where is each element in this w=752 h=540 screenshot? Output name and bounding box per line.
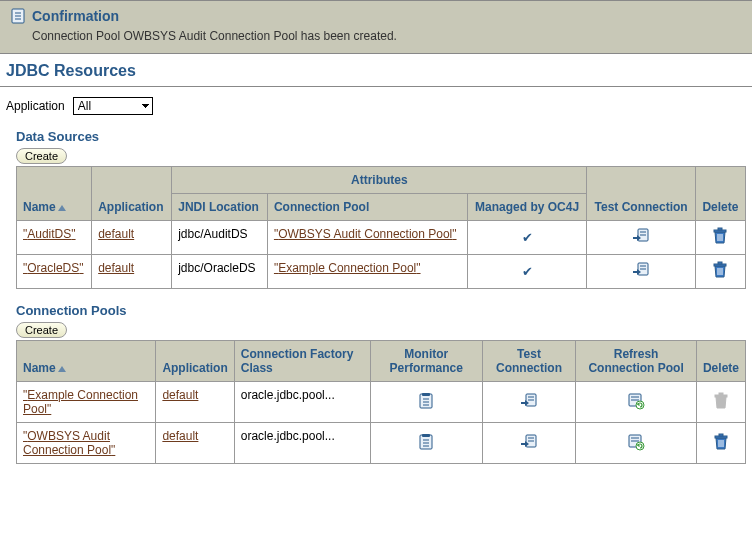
ds-jndi: jdbc/AuditDS <box>172 221 268 255</box>
data-sources-title: Data Sources <box>0 129 752 148</box>
ds-name-link[interactable]: AuditDS <box>23 227 76 241</box>
svg-rect-47 <box>719 434 723 436</box>
table-row: AuditDS default jdbc/AuditDS OWBSYS Audi… <box>17 221 746 255</box>
col-name[interactable]: Name <box>17 341 156 382</box>
check-icon: ✔ <box>522 264 533 279</box>
sort-asc-icon <box>58 205 66 211</box>
connection-pools-table: Name Application Connection Factory Clas… <box>16 340 746 464</box>
confirmation-icon <box>10 7 28 25</box>
data-sources-table: Name Application Attributes Test Connect… <box>16 166 746 289</box>
test-connection-button[interactable] <box>632 261 650 279</box>
delete-button-disabled <box>712 392 730 410</box>
cp-factory: oracle.jdbc.pool... <box>234 423 370 464</box>
ds-pool-link[interactable]: OWBSYS Audit Connection Pool <box>274 227 457 241</box>
application-filter-row: Application All <box>0 97 752 129</box>
create-data-source-button[interactable]: Create <box>16 148 67 164</box>
svg-rect-8 <box>718 228 722 230</box>
check-icon: ✔ <box>522 230 533 245</box>
svg-rect-20 <box>420 394 432 408</box>
refresh-button[interactable] <box>627 392 645 410</box>
monitor-button[interactable] <box>417 433 435 451</box>
cp-app-link[interactable]: default <box>162 388 198 402</box>
col-attributes-group: Attributes <box>172 167 587 194</box>
col-managed[interactable]: Managed by OC4J <box>467 194 587 221</box>
ds-name-link[interactable]: OracleDS <box>23 261 84 275</box>
cp-app-link[interactable]: default <box>162 429 198 443</box>
col-application[interactable]: Application <box>92 167 172 221</box>
test-connection-button[interactable] <box>520 392 538 410</box>
test-connection-button[interactable] <box>632 227 650 245</box>
refresh-button[interactable] <box>627 433 645 451</box>
cp-name-link[interactable]: Example Connection Pool <box>23 388 138 416</box>
table-row: Example Connection Pool default oracle.j… <box>17 382 746 423</box>
col-jndi[interactable]: JNDI Location <box>172 194 268 221</box>
col-delete: Delete <box>696 341 745 382</box>
connection-pools-title: Connection Pools <box>0 303 752 322</box>
delete-button[interactable] <box>711 227 729 245</box>
confirmation-title: Confirmation <box>32 8 119 24</box>
svg-rect-33 <box>719 393 723 395</box>
col-connection-pool[interactable]: Connection Pool <box>267 194 467 221</box>
svg-rect-35 <box>422 434 430 437</box>
ds-app-link[interactable]: default <box>98 227 134 241</box>
col-monitor: Monitor Performance <box>370 341 482 382</box>
col-test-connection: Test Connection <box>587 167 695 221</box>
confirmation-message: Connection Pool OWBSYS Audit Connection … <box>32 29 742 43</box>
col-refresh: Refresh Connection Pool <box>576 341 697 382</box>
delete-button[interactable] <box>711 261 729 279</box>
ds-app-link[interactable]: default <box>98 261 134 275</box>
col-name[interactable]: Name <box>17 167 92 221</box>
cp-name-link[interactable]: OWBSYS Audit Connection Pool <box>23 429 115 457</box>
col-factory[interactable]: Connection Factory Class <box>234 341 370 382</box>
application-select[interactable]: All <box>73 97 153 115</box>
ds-jndi: jdbc/OracleDS <box>172 255 268 289</box>
table-row: OracleDS default jdbc/OracleDS Example C… <box>17 255 746 289</box>
sort-asc-icon <box>58 366 66 372</box>
create-connection-pool-button[interactable]: Create <box>16 322 67 338</box>
svg-rect-21 <box>422 393 430 396</box>
delete-button[interactable] <box>712 433 730 451</box>
cp-factory: oracle.jdbc.pool... <box>234 382 370 423</box>
col-application[interactable]: Application <box>156 341 234 382</box>
page-title: JDBC Resources <box>0 54 752 87</box>
col-delete: Delete <box>695 167 745 221</box>
monitor-button[interactable] <box>417 392 435 410</box>
confirmation-title-row: Confirmation <box>10 7 742 25</box>
svg-rect-34 <box>420 435 432 449</box>
application-label: Application <box>6 99 65 113</box>
svg-rect-16 <box>718 262 722 264</box>
table-row: OWBSYS Audit Connection Pool default ora… <box>17 423 746 464</box>
confirmation-box: Confirmation Connection Pool OWBSYS Audi… <box>0 0 752 54</box>
ds-pool-link[interactable]: Example Connection Pool <box>274 261 421 275</box>
test-connection-button[interactable] <box>520 433 538 451</box>
col-test: Test Connection <box>482 341 576 382</box>
